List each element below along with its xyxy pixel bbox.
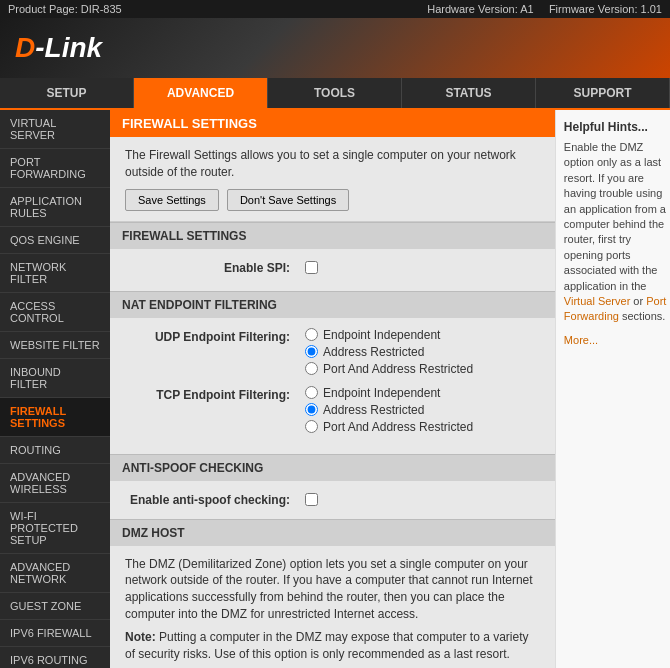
sidebar-item-routing[interactable]: ROUTING: [0, 437, 110, 464]
product-label: Product Page: DIR-835: [8, 3, 122, 15]
hints-title: Helpful Hints...: [564, 120, 667, 134]
dmz-note: Note: Putting a computer in the DMZ may …: [125, 629, 540, 663]
udp-label: UDP Endpoint Filtering:: [125, 328, 305, 344]
udp-options: Endpoint Independent Address Restricted …: [305, 328, 473, 376]
sidebar-item-wifi-protected[interactable]: WI-FI PROTECTED SETUP: [0, 503, 110, 554]
hints-text-main: Enable the DMZ option only as a last res…: [564, 141, 666, 292]
sidebar-item-advanced-network[interactable]: ADVANCED NETWORK: [0, 554, 110, 593]
udp-radio-endpoint-independent[interactable]: [305, 328, 318, 341]
udp-radio-port-address-restricted[interactable]: [305, 362, 318, 375]
sidebar-item-inbound-filter[interactable]: INBOUND FILTER: [0, 359, 110, 398]
hints-panel: Helpful Hints... Enable the DMZ option o…: [555, 110, 670, 668]
sidebar-item-ipv6-firewall[interactable]: IPV6 FIREWALL: [0, 620, 110, 647]
sidebar-item-ipv6-routing[interactable]: IPV6 ROUTING: [0, 647, 110, 668]
tab-status[interactable]: STATUS: [402, 78, 536, 108]
tcp-option-1: Address Restricted: [323, 403, 424, 417]
description-box: The Firewall Settings allows you to set …: [110, 137, 555, 222]
hardware-label: Hardware Version: A1: [427, 3, 533, 15]
enable-spi-label: Enable SPI:: [125, 261, 305, 275]
logo: D-Link: [15, 32, 102, 64]
udp-option-0: Endpoint Independent: [323, 328, 440, 342]
save-settings-button[interactable]: Save Settings: [125, 189, 219, 211]
tcp-radio-endpoint-independent[interactable]: [305, 386, 318, 399]
tcp-label: TCP Endpoint Filtering:: [125, 386, 305, 402]
sidebar-item-access-control[interactable]: ACCESS CONTROL: [0, 293, 110, 332]
tab-advanced[interactable]: ADVANCED: [134, 78, 268, 108]
antispoof-section-header: ANTI-SPOOF CHECKING: [110, 454, 555, 481]
hints-text: Enable the DMZ option only as a last res…: [564, 140, 667, 348]
udp-option-2: Port And Address Restricted: [323, 362, 473, 376]
sidebar-item-firewall-settings[interactable]: FIREWALL SETTINGS: [0, 398, 110, 437]
antispoof-box: Enable anti-spoof checking:: [110, 481, 555, 519]
firewall-settings-section-header: FIREWALL SETTINGS: [110, 222, 555, 249]
sidebar: VIRTUAL SERVER PORT FORWARDING APPLICATI…: [0, 110, 110, 668]
sidebar-item-website-filter[interactable]: WEBSITE FILTER: [0, 332, 110, 359]
tab-tools[interactable]: TOOLS: [268, 78, 402, 108]
antispoof-checkbox[interactable]: [305, 493, 318, 506]
tcp-radio-address-restricted[interactable]: [305, 403, 318, 416]
dmz-box: The DMZ (Demilitarized Zone) option lets…: [110, 546, 555, 668]
dmz-text: The DMZ (Demilitarized Zone) option lets…: [125, 556, 540, 623]
tcp-option-0: Endpoint Independent: [323, 386, 440, 400]
header: D-Link: [0, 18, 670, 78]
hints-link-virtual-server[interactable]: Virtual Server: [564, 295, 630, 307]
tab-support[interactable]: SUPPORT: [536, 78, 670, 108]
udp-option-1: Address Restricted: [323, 345, 424, 359]
sidebar-item-application-rules[interactable]: APPLICATION RULES: [0, 188, 110, 227]
tcp-options: Endpoint Independent Address Restricted …: [305, 386, 473, 434]
center-content: FIREWALL SETTINGS The Firewall Settings …: [110, 110, 555, 668]
nat-box: UDP Endpoint Filtering: Endpoint Indepen…: [110, 318, 555, 454]
enable-spi-checkbox[interactable]: [305, 261, 318, 274]
nav-tabs: SETUP ADVANCED TOOLS STATUS SUPPORT: [0, 78, 670, 110]
sidebar-item-advanced-wireless[interactable]: ADVANCED WIRELESS: [0, 464, 110, 503]
firmware-label: Firmware Version: 1.01: [549, 3, 662, 15]
tcp-radio-port-address-restricted[interactable]: [305, 420, 318, 433]
udp-radio-address-restricted[interactable]: [305, 345, 318, 358]
page-title-header: FIREWALL SETTINGS: [110, 110, 555, 137]
description-text: The Firewall Settings allows you to set …: [125, 147, 540, 181]
sidebar-item-port-forwarding[interactable]: PORT FORWARDING: [0, 149, 110, 188]
antispoof-label: Enable anti-spoof checking:: [125, 493, 305, 507]
tcp-option-2: Port And Address Restricted: [323, 420, 473, 434]
dmz-section-header: DMZ HOST: [110, 519, 555, 546]
tab-setup[interactable]: SETUP: [0, 78, 134, 108]
sidebar-item-qos-engine[interactable]: QOS ENGINE: [0, 227, 110, 254]
nat-section-header: NAT ENDPOINT FILTERING: [110, 291, 555, 318]
dont-save-settings-button[interactable]: Don't Save Settings: [227, 189, 349, 211]
sidebar-item-network-filter[interactable]: NETWORK FILTER: [0, 254, 110, 293]
hints-middle: or: [633, 295, 646, 307]
sidebar-item-virtual-server[interactable]: VIRTUAL SERVER: [0, 110, 110, 149]
sidebar-item-guest-zone[interactable]: GUEST ZONE: [0, 593, 110, 620]
hints-more-link[interactable]: More...: [564, 333, 667, 348]
hints-end: sections.: [622, 310, 665, 322]
firewall-settings-box: Enable SPI:: [110, 249, 555, 291]
